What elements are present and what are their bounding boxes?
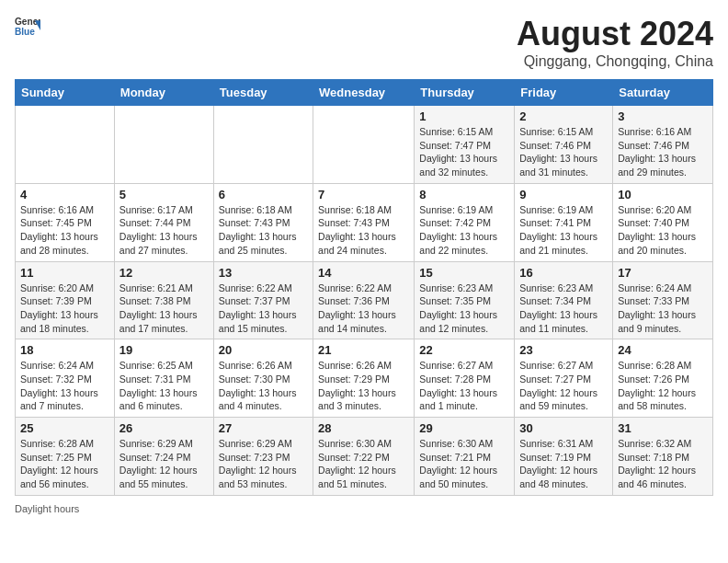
logo: General Blue bbox=[15, 15, 40, 40]
calendar-cell: 17Sunrise: 6:24 AM Sunset: 7:33 PM Dayli… bbox=[613, 261, 713, 339]
cell-info-text: Sunrise: 6:28 AM Sunset: 7:25 PM Dayligh… bbox=[20, 437, 109, 491]
weekday-header-thursday: Thursday bbox=[415, 80, 515, 106]
cell-info-text: Sunrise: 6:15 AM Sunset: 7:46 PM Dayligh… bbox=[519, 125, 608, 179]
title-block: August 2024 Qinggang, Chongqing, China bbox=[517, 15, 713, 70]
cell-day-number: 12 bbox=[119, 266, 209, 280]
calendar-cell: 4Sunrise: 6:16 AM Sunset: 7:45 PM Daylig… bbox=[16, 183, 115, 261]
calendar-cell: 13Sunrise: 6:22 AM Sunset: 7:37 PM Dayli… bbox=[213, 261, 313, 339]
cell-day-number: 2 bbox=[519, 109, 608, 123]
calendar-week-row: 11Sunrise: 6:20 AM Sunset: 7:39 PM Dayli… bbox=[16, 261, 713, 339]
cell-info-text: Sunrise: 6:18 AM Sunset: 7:43 PM Dayligh… bbox=[219, 203, 308, 258]
cell-info-text: Sunrise: 6:15 AM Sunset: 7:47 PM Dayligh… bbox=[419, 125, 509, 179]
calendar-cell: 24Sunrise: 6:28 AM Sunset: 7:26 PM Dayli… bbox=[613, 339, 713, 418]
cell-day-number: 4 bbox=[20, 188, 109, 201]
cell-info-text: Sunrise: 6:23 AM Sunset: 7:34 PM Dayligh… bbox=[519, 282, 608, 336]
cell-day-number: 29 bbox=[419, 421, 509, 435]
cell-day-number: 22 bbox=[419, 343, 509, 357]
calendar-cell: 12Sunrise: 6:21 AM Sunset: 7:38 PM Dayli… bbox=[114, 261, 213, 339]
calendar-cell: 19Sunrise: 6:25 AM Sunset: 7:31 PM Dayli… bbox=[114, 339, 213, 418]
cell-info-text: Sunrise: 6:24 AM Sunset: 7:33 PM Dayligh… bbox=[618, 282, 708, 336]
weekday-header-saturday: Saturday bbox=[613, 80, 713, 106]
calendar-cell: 15Sunrise: 6:23 AM Sunset: 7:35 PM Dayli… bbox=[415, 261, 515, 339]
cell-info-text: Sunrise: 6:22 AM Sunset: 7:36 PM Dayligh… bbox=[318, 282, 409, 336]
cell-info-text: Sunrise: 6:19 AM Sunset: 7:41 PM Dayligh… bbox=[519, 203, 608, 258]
calendar-cell: 5Sunrise: 6:17 AM Sunset: 7:44 PM Daylig… bbox=[114, 183, 213, 261]
cell-info-text: Sunrise: 6:29 AM Sunset: 7:24 PM Dayligh… bbox=[119, 437, 209, 491]
cell-info-text: Sunrise: 6:28 AM Sunset: 7:26 PM Dayligh… bbox=[618, 359, 708, 413]
cell-day-number: 14 bbox=[318, 266, 409, 280]
cell-info-text: Sunrise: 6:20 AM Sunset: 7:40 PM Dayligh… bbox=[618, 203, 708, 258]
cell-day-number: 21 bbox=[318, 343, 409, 357]
calendar-cell: 20Sunrise: 6:26 AM Sunset: 7:30 PM Dayli… bbox=[213, 339, 313, 418]
cell-day-number: 17 bbox=[618, 266, 708, 280]
cell-day-number: 10 bbox=[618, 188, 708, 201]
cell-info-text: Sunrise: 6:32 AM Sunset: 7:18 PM Dayligh… bbox=[618, 437, 708, 491]
cell-day-number: 11 bbox=[20, 266, 109, 280]
calendar-cell: 27Sunrise: 6:29 AM Sunset: 7:23 PM Dayli… bbox=[213, 418, 313, 496]
calendar-cell: 25Sunrise: 6:28 AM Sunset: 7:25 PM Dayli… bbox=[16, 418, 115, 496]
cell-day-number: 8 bbox=[419, 188, 509, 201]
cell-day-number: 7 bbox=[318, 188, 409, 201]
calendar-cell: 21Sunrise: 6:26 AM Sunset: 7:29 PM Dayli… bbox=[313, 339, 415, 418]
calendar-cell: 23Sunrise: 6:27 AM Sunset: 7:27 PM Dayli… bbox=[515, 339, 613, 418]
calendar-cell: 14Sunrise: 6:22 AM Sunset: 7:36 PM Dayli… bbox=[313, 261, 415, 339]
cell-day-number: 31 bbox=[618, 421, 708, 435]
cell-day-number: 5 bbox=[119, 188, 209, 201]
cell-day-number: 18 bbox=[20, 343, 109, 357]
calendar-cell: 10Sunrise: 6:20 AM Sunset: 7:40 PM Dayli… bbox=[613, 183, 713, 261]
footer-note: Daylight hours bbox=[15, 503, 713, 514]
calendar-cell: 1Sunrise: 6:15 AM Sunset: 7:47 PM Daylig… bbox=[415, 106, 515, 184]
cell-day-number: 19 bbox=[119, 343, 209, 357]
cell-day-number: 6 bbox=[219, 188, 308, 201]
calendar-cell: 29Sunrise: 6:30 AM Sunset: 7:21 PM Dayli… bbox=[415, 418, 515, 496]
calendar-cell: 28Sunrise: 6:30 AM Sunset: 7:22 PM Dayli… bbox=[313, 418, 415, 496]
cell-day-number: 15 bbox=[419, 266, 509, 280]
calendar-cell: 11Sunrise: 6:20 AM Sunset: 7:39 PM Dayli… bbox=[16, 261, 115, 339]
cell-info-text: Sunrise: 6:29 AM Sunset: 7:23 PM Dayligh… bbox=[219, 437, 308, 491]
calendar-cell: 2Sunrise: 6:15 AM Sunset: 7:46 PM Daylig… bbox=[515, 106, 613, 184]
daylight-hours-label: Daylight hours bbox=[15, 503, 79, 514]
cell-info-text: Sunrise: 6:19 AM Sunset: 7:42 PM Dayligh… bbox=[419, 203, 509, 258]
cell-info-text: Sunrise: 6:23 AM Sunset: 7:35 PM Dayligh… bbox=[419, 282, 509, 336]
weekday-header-friday: Friday bbox=[515, 80, 613, 106]
calendar-cell bbox=[213, 106, 313, 184]
cell-day-number: 13 bbox=[219, 266, 308, 280]
cell-day-number: 27 bbox=[219, 421, 308, 435]
cell-day-number: 26 bbox=[119, 421, 209, 435]
page-header: General Blue August 2024 Qinggang, Chong… bbox=[15, 15, 713, 70]
cell-info-text: Sunrise: 6:21 AM Sunset: 7:38 PM Dayligh… bbox=[119, 282, 209, 336]
cell-info-text: Sunrise: 6:24 AM Sunset: 7:32 PM Dayligh… bbox=[20, 359, 109, 413]
calendar-cell: 26Sunrise: 6:29 AM Sunset: 7:24 PM Dayli… bbox=[114, 418, 213, 496]
calendar-cell bbox=[114, 106, 213, 184]
calendar-cell: 30Sunrise: 6:31 AM Sunset: 7:19 PM Dayli… bbox=[515, 418, 613, 496]
calendar-week-row: 18Sunrise: 6:24 AM Sunset: 7:32 PM Dayli… bbox=[16, 339, 713, 418]
cell-info-text: Sunrise: 6:16 AM Sunset: 7:46 PM Dayligh… bbox=[618, 125, 708, 179]
calendar-cell: 9Sunrise: 6:19 AM Sunset: 7:41 PM Daylig… bbox=[515, 183, 613, 261]
calendar-cell bbox=[16, 106, 115, 184]
cell-day-number: 16 bbox=[519, 266, 608, 280]
calendar-cell: 31Sunrise: 6:32 AM Sunset: 7:18 PM Dayli… bbox=[613, 418, 713, 496]
calendar-cell: 22Sunrise: 6:27 AM Sunset: 7:28 PM Dayli… bbox=[415, 339, 515, 418]
cell-day-number: 3 bbox=[618, 109, 708, 123]
cell-day-number: 23 bbox=[519, 343, 608, 357]
cell-day-number: 28 bbox=[318, 421, 409, 435]
weekday-header-sunday: Sunday bbox=[16, 80, 115, 106]
calendar-cell: 6Sunrise: 6:18 AM Sunset: 7:43 PM Daylig… bbox=[213, 183, 313, 261]
cell-day-number: 25 bbox=[20, 421, 109, 435]
cell-info-text: Sunrise: 6:26 AM Sunset: 7:30 PM Dayligh… bbox=[219, 359, 308, 413]
weekday-header-row: SundayMondayTuesdayWednesdayThursdayFrid… bbox=[16, 80, 713, 106]
calendar-cell: 18Sunrise: 6:24 AM Sunset: 7:32 PM Dayli… bbox=[16, 339, 115, 418]
cell-info-text: Sunrise: 6:25 AM Sunset: 7:31 PM Dayligh… bbox=[119, 359, 209, 413]
weekday-header-monday: Monday bbox=[114, 80, 213, 106]
cell-info-text: Sunrise: 6:30 AM Sunset: 7:21 PM Dayligh… bbox=[419, 437, 509, 491]
cell-day-number: 1 bbox=[419, 109, 509, 123]
cell-day-number: 9 bbox=[519, 188, 608, 201]
cell-day-number: 20 bbox=[219, 343, 308, 357]
cell-info-text: Sunrise: 6:17 AM Sunset: 7:44 PM Dayligh… bbox=[119, 203, 209, 258]
cell-info-text: Sunrise: 6:27 AM Sunset: 7:28 PM Dayligh… bbox=[419, 359, 509, 413]
cell-info-text: Sunrise: 6:18 AM Sunset: 7:43 PM Dayligh… bbox=[318, 203, 409, 258]
cell-info-text: Sunrise: 6:30 AM Sunset: 7:22 PM Dayligh… bbox=[318, 437, 409, 491]
calendar-title: August 2024 bbox=[517, 15, 713, 53]
calendar-cell: 8Sunrise: 6:19 AM Sunset: 7:42 PM Daylig… bbox=[415, 183, 515, 261]
calendar-cell: 7Sunrise: 6:18 AM Sunset: 7:43 PM Daylig… bbox=[313, 183, 415, 261]
